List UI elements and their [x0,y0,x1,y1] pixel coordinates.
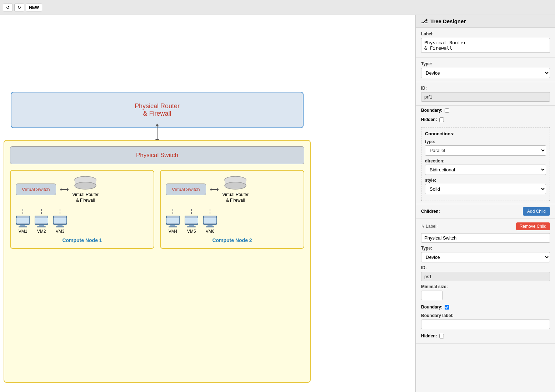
conn-type-label: type: [425,139,546,144]
label-section: Label: Physical Router & Firewall [416,28,555,58]
child-id-value: ps1 [421,272,550,281]
child-boundary-label: Boundary: [421,305,442,310]
outer-yellow-box: Physical Switch Virtual Switch ⟷ [4,140,311,383]
node-vrouter-2[interactable]: Virtual Router& Firewall [222,176,249,203]
vrouter-disk-icon-2 [223,176,248,190]
node-vrouter-1[interactable]: Virtual Router& Firewall [72,176,99,203]
tree-designer-icon: ⎇ [421,18,428,25]
child-hidden-checkbox[interactable] [439,334,444,338]
child-id-label: ID: [421,265,550,270]
label-field-label: Label: [421,31,550,36]
physical-router-label: Physical Router& Firewall [135,102,180,117]
boundary-row: Boundary: [416,106,555,115]
conn-style-select[interactable]: Solid Dashed [425,184,546,194]
compute-node-1[interactable]: Virtual Switch ⟷ Virtual Router& F [10,170,154,249]
child-hidden-label: Hidden: [421,333,437,338]
compute-node-2[interactable]: Virtual Switch ⟷ Virtual Router& Firewal… [160,170,304,249]
child-label-prefix: ↳ Label: [421,224,438,229]
vswitch-label-1: Virtual Switch [22,187,50,192]
vm-icon-2 [34,216,49,228]
id-section: ID: prf1 [416,82,555,106]
child-minimal-size-label: Minimal size: [421,284,550,289]
new-button[interactable]: NEW [26,4,42,11]
sidebar-title: Tree Designer [430,18,466,24]
vm-item-4: VM4 [166,208,180,234]
node-physical-router[interactable]: Physical Router& Firewall [11,92,304,128]
toolbar: ↺ ↻ NEW [0,0,555,15]
vm-row-2: VM4 VM5 [166,208,299,234]
conn-direction-select[interactable]: Bidirectional Unidirectional [425,165,546,175]
boundary-checkbox[interactable] [445,108,449,113]
connections-title: Connections: [425,131,546,136]
svg-rect-19 [166,218,179,223]
vm-row-1: VM1 VM2 [16,208,149,234]
svg-rect-6 [19,226,27,227]
connections-box: Connections: type: Parallel Serial direc… [421,127,550,201]
vm-label-3: VM3 [56,229,65,234]
undo-button[interactable]: ↺ [3,4,13,11]
id-value: prf1 [421,92,550,102]
add-child-button[interactable]: Add Child [523,207,550,216]
hidden-label: Hidden: [421,117,437,122]
vswitch-row-1: Virtual Switch ⟷ Virtual Router& F [16,176,149,203]
child-boundary-label-input[interactable] [421,320,550,329]
connection-arrow [157,126,158,140]
svg-rect-23 [185,218,198,223]
label-input[interactable]: Physical Router & Firewall [421,38,550,53]
type-section: Type: Device Network Service [416,58,555,82]
hidden-row: Hidden: [416,115,555,124]
vm-icon-1 [16,216,30,228]
vm-label-5: VM5 [187,229,196,234]
svg-rect-8 [35,218,48,223]
svg-rect-25 [187,226,196,227]
conn-style-label: style: [425,178,546,183]
sidebar: ⎇ Tree Designer Label: Physical Router &… [416,15,555,392]
svg-point-17 [225,182,246,189]
svg-rect-14 [56,226,64,227]
compute-nodes-row: Virtual Switch ⟷ Virtual Router& F [10,170,304,249]
type-field-label: Type: [421,61,550,66]
vm-item-6: VM6 [203,208,217,234]
child-minimal-size-input[interactable] [421,291,442,300]
vrouter-label-1: Virtual Router& Firewall [72,192,99,203]
child-boundary-checkbox[interactable] [445,305,449,310]
horiz-arrow-2: ⟷ [210,186,219,194]
remove-child-button[interactable]: Remove Child [516,222,550,230]
svg-rect-29 [206,226,214,227]
canvas-area[interactable]: Physical Router& Firewall Physical Switc… [0,15,416,392]
conn-style-field: style: Solid Dashed [425,178,546,194]
vswitch-row-2: Virtual Switch ⟷ Virtual Router& Firewal… [166,176,299,203]
node-physical-switch[interactable]: Physical Switch [10,146,304,164]
canvas-inner: Physical Router& Firewall Physical Switc… [0,15,314,390]
child-type-select[interactable]: Device Network Service [421,252,550,262]
vswitch-label-2: Virtual Switch [172,187,200,192]
main-layout: Physical Router& Firewall Physical Switc… [0,15,555,392]
sidebar-header: ⎇ Tree Designer [416,15,555,28]
type-select[interactable]: Device Network Service [421,68,550,78]
node-vswitch-1[interactable]: Virtual Switch [16,184,56,195]
conn-type-select[interactable]: Parallel Serial [425,145,546,156]
vrouter-disk-icon-1 [73,176,98,190]
children-label: Children: [421,209,440,214]
vm-label-1: VM1 [19,229,28,234]
vm-icon-4 [166,216,180,228]
conn-direction-field: direction: Bidirectional Unidirectional [425,159,546,175]
children-header: Children: Add Child [416,204,555,219]
child-label-input[interactable] [421,233,550,243]
id-field-label: ID: [421,86,550,91]
vm-icon-6 [203,216,217,228]
vm-icon-3 [53,216,67,228]
child-boundary-row: Boundary: [421,303,550,311]
vm-label-6: VM6 [206,229,215,234]
vm-item-3: VM3 [53,208,67,234]
physical-switch-label: Physical Switch [136,152,178,159]
vm-icon-5 [184,216,199,228]
child-boundary-label-label: Boundary label: [421,313,550,318]
hidden-checkbox[interactable] [439,117,444,122]
svg-rect-21 [169,226,177,227]
svg-point-2 [75,182,96,189]
child-type-label: Type: [421,246,550,251]
node-vswitch-2[interactable]: Virtual Switch [166,184,206,195]
redo-button[interactable]: ↻ [14,4,24,11]
svg-rect-12 [54,218,66,223]
